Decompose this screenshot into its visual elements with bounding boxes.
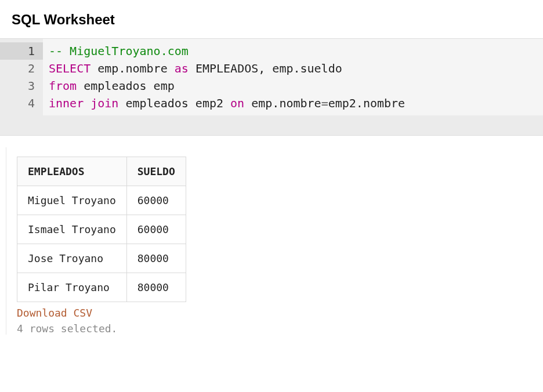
- code-token: as: [175, 61, 189, 75]
- sql-editor[interactable]: 1234 -- MiguelTroyano.comSELECT emp.nomb…: [0, 38, 543, 136]
- table-row: Ismael Troyano60000: [17, 215, 186, 244]
- table-cell: 80000: [126, 273, 186, 302]
- code-token: EMPLEADOS, emp.sueldo: [189, 61, 342, 75]
- table-row: Pilar Troyano80000: [17, 273, 186, 302]
- code-token: SELECT: [49, 61, 91, 75]
- table-column-header: EMPLEADOS: [17, 157, 127, 186]
- results-table: EMPLEADOSSUELDO Miguel Troyano60000Ismae…: [17, 157, 186, 302]
- code-token: on: [230, 96, 244, 110]
- code-token: -- MiguelTroyano.com: [49, 44, 189, 58]
- table-row: Jose Troyano80000: [17, 244, 186, 273]
- table-column-header: SUELDO: [126, 157, 186, 186]
- gutter-line-number: 4: [0, 95, 43, 112]
- code-token: emp.nombre: [91, 61, 175, 75]
- results-status: 4 rows selected.: [17, 322, 533, 335]
- code-token: emp2.nombre: [328, 96, 405, 110]
- table-cell: Jose Troyano: [17, 244, 127, 273]
- page-title: SQL Worksheet: [0, 0, 543, 38]
- table-cell: 60000: [126, 215, 186, 244]
- code-token: from: [49, 79, 77, 93]
- gutter-line-number: 2: [0, 60, 43, 77]
- code-token: empleados emp2: [118, 96, 230, 110]
- code-line[interactable]: inner join empleados emp2 on emp.nombre=…: [49, 95, 537, 112]
- results-panel: EMPLEADOSSUELDO Miguel Troyano60000Ismae…: [6, 147, 543, 335]
- code-token: emp.nombre: [244, 96, 321, 110]
- table-cell: 80000: [126, 244, 186, 273]
- download-csv-link[interactable]: Download CSV: [17, 307, 92, 319]
- code-line[interactable]: -- MiguelTroyano.com: [49, 42, 537, 60]
- table-row: Miguel Troyano60000: [17, 186, 186, 215]
- gutter-line-number: 1: [0, 42, 43, 60]
- editor-code-area[interactable]: -- MiguelTroyano.comSELECT emp.nombre as…: [43, 39, 543, 115]
- table-cell: Pilar Troyano: [17, 273, 127, 302]
- editor-gutter: 1234: [0, 39, 43, 115]
- table-cell: Ismael Troyano: [17, 215, 127, 244]
- code-token: empleados emp: [77, 79, 175, 93]
- table-cell: Miguel Troyano: [17, 186, 127, 215]
- code-line[interactable]: SELECT emp.nombre as EMPLEADOS, emp.suel…: [49, 60, 537, 77]
- code-token: inner join: [49, 96, 118, 110]
- code-token: =: [321, 96, 328, 110]
- code-line[interactable]: from empleados emp: [49, 77, 537, 95]
- table-cell: 60000: [126, 186, 186, 215]
- gutter-line-number: 3: [0, 77, 43, 95]
